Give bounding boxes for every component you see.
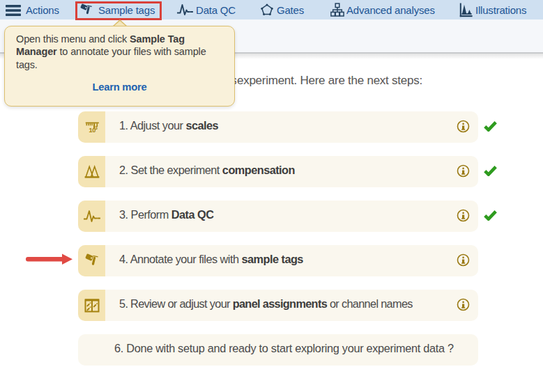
svg-text:3: 3 — [95, 125, 98, 130]
